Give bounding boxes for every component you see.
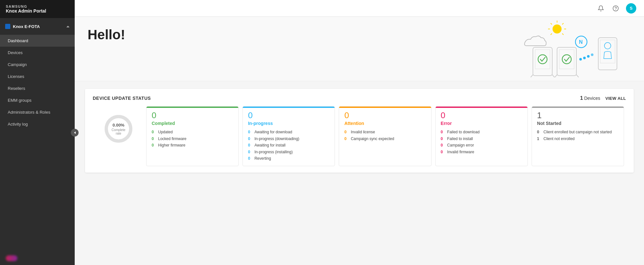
knox-efota-header[interactable]: Knox E-FOTA [0,21,75,32]
svg-rect-14 [559,50,574,69]
list-item: 0Locked firmware [152,137,233,142]
row-text-in-progress-2: Awaiting for install [254,143,286,148]
row-num-in-progress-4: 0 [248,156,251,161]
svg-rect-13 [557,47,576,76]
topbar: S [75,0,644,17]
row-num-in-progress-1: 0 [248,137,251,142]
device-update-status-panel: DEVICE UPDATE STATUS 1 Devices VIEW ALL [85,89,634,173]
sidebar-item-licenses[interactable]: Licenses [0,71,75,82]
list-item: 0Failed to download [441,130,522,135]
list-item: 0Campaign error [441,143,522,148]
row-num-error-2: 0 [441,143,444,148]
status-card-error: 0Error0Failed to download0Failed to inst… [435,106,528,166]
status-card-completed: 0Completed0Updated0Locked firmware0Highe… [146,106,239,166]
row-num-attention-1: 0 [344,137,347,142]
status-card-attention: 0Attention0Invalid license0Campaign sync… [339,106,431,166]
card-label-attention: Attention [344,121,426,126]
svg-line-25 [531,75,533,77]
row-num-not-started-1: 1 [537,137,540,142]
svg-rect-10 [533,47,552,76]
brand-samsung: SAMSUNG [6,5,69,8]
list-item: 0Campaign sync expected [344,137,426,142]
dus-body: 0.00% Complete rate 0Completed0Updated0L… [93,106,626,166]
svg-point-0 [613,5,619,11]
dus-devices-info: 1 Devices VIEW ALL [580,95,626,101]
card-count-not-started: 1 [537,111,619,119]
card-rows-in-progress: 0Awaiting for download0In-progress (down… [248,130,329,161]
hero-illustration: N [483,20,618,78]
sidebar-collapse-button[interactable] [71,129,79,137]
status-card-in-progress: 0In-progress0Awaiting for download0In-pr… [242,106,335,166]
svg-point-17 [583,57,586,59]
row-num-error-3: 0 [441,150,444,155]
card-rows-attention: 0Invalid license0Campaign sync expected [344,130,426,141]
row-text-error-0: Failed to download [447,130,480,135]
list-item: 0Failed to install [441,137,522,142]
row-num-not-started-0: 0 [537,130,540,135]
row-text-in-progress-1: In-progress (downloading) [254,137,299,142]
list-item: 0Updated [152,130,233,135]
svg-point-19 [591,53,593,56]
row-text-not-started-1: Client not enrolled [544,137,575,142]
user-avatar-topbar[interactable]: S [626,3,636,14]
list-item: 0In-progress (downloading) [248,137,329,142]
help-icon[interactable] [611,4,620,13]
list-item: 0Client enrolled but campaign not starte… [537,130,619,135]
knox-square-icon [5,24,10,29]
row-num-completed-2: 0 [152,143,155,148]
sidebar-item-campaign[interactable]: Campaign [0,59,75,71]
svg-line-7 [551,33,552,35]
knox-efota-section: Knox E-FOTA [0,18,75,35]
devices-count: 1 Devices [580,95,600,101]
row-text-completed-2: Higher firmware [158,143,185,148]
sidebar-item-emm-groups[interactable]: EMM groups [0,94,75,106]
donut-wrap: 0.00% Complete rate [102,113,135,145]
sidebar-item-activity-log[interactable]: Activity log [0,118,75,130]
svg-point-24 [604,43,611,49]
card-label-not-started: Not Started [537,121,619,126]
svg-point-15 [562,55,571,64]
donut-label: Complete rate [110,128,127,135]
user-avatar[interactable] [6,255,17,261]
status-card-not-started: 1Not Started0Client enrolled but campaig… [532,106,624,166]
svg-line-27 [555,75,557,77]
row-num-error-1: 0 [441,137,444,142]
card-count-attention: 0 [344,111,426,119]
row-text-in-progress-3: In-progress (installing) [254,150,293,155]
row-num-error-0: 0 [441,130,444,135]
sidebar-item-devices[interactable]: Devices [0,47,75,59]
svg-point-12 [538,55,547,64]
svg-point-18 [587,55,590,58]
sidebar-item-dashboard[interactable]: Dashboard [0,35,75,47]
brand-portal: Knox Admin Portal [6,8,69,14]
donut-text: 0.00% Complete rate [110,123,127,135]
sidebar-header: SAMSUNG Knox Admin Portal [0,0,75,18]
card-label-error: Error [441,121,522,126]
knox-efota-label: Knox E-FOTA [13,24,40,29]
svg-point-16 [579,58,582,61]
sidebar: SAMSUNG Knox Admin Portal Knox E-FOTA Da… [0,0,75,265]
svg-line-6 [562,33,564,35]
row-num-completed-0: 0 [152,130,155,135]
row-num-in-progress-3: 0 [248,150,251,155]
sidebar-item-administrators[interactable]: Administrators & Roles [0,106,75,118]
card-count-completed: 0 [152,111,233,119]
row-text-completed-0: Updated [158,130,173,135]
donut-chart: 0.00% Complete rate [93,106,144,151]
svg-line-9 [551,23,552,24]
list-item: 0Invalid firmware [441,150,522,155]
svg-line-4 [562,23,564,24]
view-all-button[interactable]: VIEW ALL [605,96,626,101]
dus-title: DEVICE UPDATE STATUS [93,96,151,101]
notification-icon[interactable] [596,4,605,13]
svg-line-26 [552,75,554,77]
row-text-not-started-0: Client enrolled but campaign not started [544,130,612,135]
list-item: 1Client not enrolled [537,137,619,142]
hero-section: Hello! [75,17,644,81]
card-label-in-progress: In-progress [248,121,329,126]
sidebar-item-resellers[interactable]: Resellers [0,82,75,94]
list-item: 0Higher firmware [152,143,233,148]
main-content: S Hello! [75,0,644,265]
donut-percentage: 0.00% [110,123,127,128]
list-item: 0Awaiting for download [248,130,329,135]
